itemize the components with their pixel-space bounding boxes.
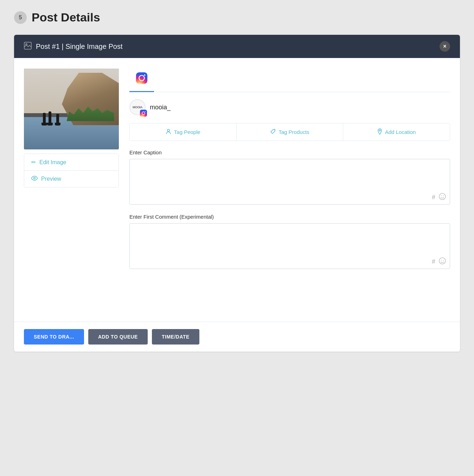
send-to-draft-button[interactable]: SEND TO DRA... [24, 329, 84, 345]
svg-point-19 [443, 260, 444, 260]
comment-hashtag-icon[interactable]: # [432, 258, 435, 265]
card-header-title: Post #1 | Single Image Post [36, 43, 122, 51]
close-button[interactable]: × [440, 41, 450, 52]
image-actions: ✏ Edit Image Preview [24, 154, 119, 187]
tag-products-label: Tag Products [278, 129, 309, 135]
right-panel: MOOIA [129, 69, 450, 311]
tag-people-label: Tag People [174, 129, 200, 135]
svg-point-11 [167, 129, 169, 131]
account-name: mooia_ [150, 104, 171, 111]
page-title: Post Details [32, 11, 100, 24]
tag-icon [270, 129, 276, 135]
svg-point-14 [439, 193, 446, 200]
tag-products-button[interactable]: Tag Products [237, 123, 344, 141]
svg-rect-8 [140, 110, 147, 117]
pencil-icon: ✏ [31, 159, 36, 166]
tag-people-button[interactable]: Tag People [130, 123, 237, 141]
location-icon [377, 128, 382, 136]
comment-emoji-icon[interactable] [439, 257, 446, 266]
time-date-button[interactable]: TIME/DATE [152, 329, 199, 345]
preview-button[interactable]: Preview [24, 171, 118, 187]
caption-input[interactable] [129, 159, 450, 205]
svg-point-10 [145, 111, 146, 112]
emoji-icon[interactable] [439, 193, 446, 202]
caption-icons: # [432, 193, 446, 202]
add-to-queue-button[interactable]: ADD TO QUEUE [88, 329, 148, 345]
svg-rect-3 [136, 72, 148, 84]
svg-point-6 [144, 75, 146, 76]
svg-point-16 [443, 195, 444, 196]
person-icon [166, 129, 171, 135]
account-avatar: MOOIA [129, 99, 146, 115]
eye-icon [31, 176, 38, 182]
hashtag-icon[interactable]: # [432, 194, 435, 201]
card-body: ✏ Edit Image Preview [14, 58, 460, 322]
comment-label: Enter First Comment (Experimental) [129, 214, 450, 220]
edit-image-label: Edit Image [39, 159, 66, 166]
image-preview [24, 69, 119, 149]
comment-wrapper: # [129, 223, 450, 270]
add-location-button[interactable]: Add Location [343, 123, 450, 141]
svg-point-15 [441, 195, 442, 196]
image-icon [24, 42, 32, 51]
tag-buttons: Tag People Tag Products [129, 123, 450, 141]
svg-point-18 [441, 260, 442, 260]
avatar-text: MOOIA [133, 105, 142, 109]
left-panel: ✏ Edit Image Preview [24, 69, 119, 311]
svg-point-17 [439, 258, 446, 264]
add-location-label: Add Location [385, 129, 416, 135]
svg-point-2 [34, 178, 36, 179]
caption-label: Enter Caption [129, 149, 450, 155]
main-card: Post #1 | Single Image Post × [14, 35, 460, 352]
account-row: MOOIA [129, 99, 450, 115]
card-footer: SEND TO DRA... ADD TO QUEUE TIME/DATE [14, 322, 460, 352]
platform-tabs [129, 69, 450, 92]
svg-point-12 [274, 130, 275, 131]
step-badge: 5 [14, 11, 27, 24]
close-icon: × [443, 43, 446, 50]
svg-point-13 [379, 130, 380, 131]
card-header: Post #1 | Single Image Post × [14, 35, 460, 58]
edit-image-button[interactable]: ✏ Edit Image [24, 154, 118, 171]
card-header-left: Post #1 | Single Image Post [24, 42, 122, 51]
avatar-ig-icon [140, 110, 147, 117]
instagram-tab[interactable] [129, 69, 154, 92]
preview-label: Preview [41, 176, 61, 182]
comment-input[interactable] [129, 223, 450, 269]
caption-wrapper: # [129, 159, 450, 206]
comment-icons: # [432, 257, 446, 266]
